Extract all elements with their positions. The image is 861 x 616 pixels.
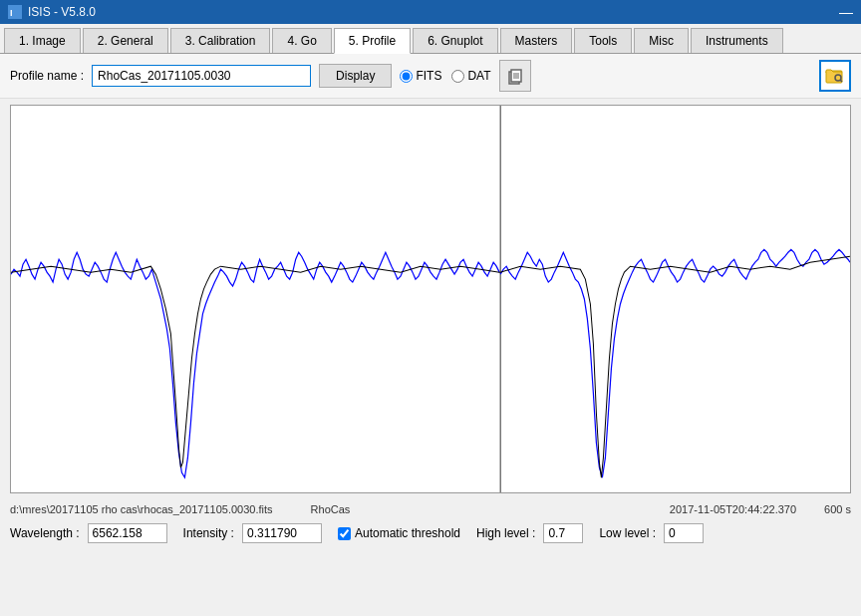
automatic-threshold-label[interactable]: Automatic threshold [338, 526, 460, 540]
dat-radio-label[interactable]: DAT [451, 69, 490, 83]
profile-name-label: Profile name : [10, 69, 84, 83]
automatic-threshold-checkbox[interactable] [338, 527, 351, 540]
low-level-label: Low level : [599, 526, 656, 540]
tab-profile[interactable]: 5. Profile [334, 28, 411, 54]
intensity-label: Intensity : [183, 526, 234, 540]
title-text: ISIS - V5.8.0 [28, 5, 96, 19]
filepath-text: d:\mres\20171105 rho cas\rhocas_20171105… [10, 503, 273, 515]
tab-calibration[interactable]: 3. Calibration [170, 28, 271, 53]
title-bar: I ISIS - V5.8.0 — [0, 0, 861, 24]
svg-rect-10 [11, 106, 850, 492]
tab-gnuplot[interactable]: 6. Gnuplot [413, 28, 497, 53]
bottom-bar: Wavelength : Intensity : Automatic thres… [0, 519, 861, 547]
low-level-input[interactable] [664, 523, 704, 543]
tab-misc[interactable]: Misc [634, 28, 689, 53]
tab-general[interactable]: 2. General [83, 28, 168, 53]
fits-radio-label[interactable]: FITS [400, 69, 441, 83]
chart-area [10, 105, 851, 493]
tab-instruments[interactable]: Instruments [691, 28, 783, 53]
tab-bar: 1. Image 2. General 3. Calibration 4. Go… [0, 24, 861, 54]
copy-button[interactable] [499, 60, 531, 92]
high-level-input[interactable] [543, 523, 583, 543]
tab-image[interactable]: 1. Image [4, 28, 81, 53]
object-text: RhoCas [311, 503, 351, 515]
high-level-label: High level : [476, 526, 535, 540]
svg-text:I: I [10, 8, 13, 18]
intensity-input[interactable] [242, 523, 322, 543]
tab-masters[interactable]: Masters [500, 28, 573, 53]
toolbar: Profile name : Display FITS DAT [0, 54, 861, 99]
tab-go[interactable]: 4. Go [272, 28, 331, 53]
datetime-text: 2017-11-05T20:44:22.370 [670, 503, 796, 515]
status-bar: d:\mres\20171105 rho cas\rhocas_20171105… [0, 499, 861, 519]
folder-search-icon [824, 65, 846, 87]
open-file-button[interactable] [819, 60, 851, 92]
tab-tools[interactable]: Tools [574, 28, 632, 53]
display-button[interactable]: Display [319, 64, 392, 88]
exposure-text: 600 s [824, 503, 851, 515]
close-button[interactable]: — [839, 4, 853, 20]
fits-radio[interactable] [400, 70, 413, 83]
profile-name-input[interactable] [92, 65, 311, 87]
spectrum-chart [11, 106, 850, 492]
copy-icon [506, 67, 524, 85]
wavelength-label: Wavelength : [10, 526, 80, 540]
format-radio-group: FITS DAT [400, 69, 490, 83]
wavelength-input[interactable] [88, 523, 167, 543]
app-icon: I [8, 5, 22, 19]
dat-radio[interactable] [451, 70, 464, 83]
